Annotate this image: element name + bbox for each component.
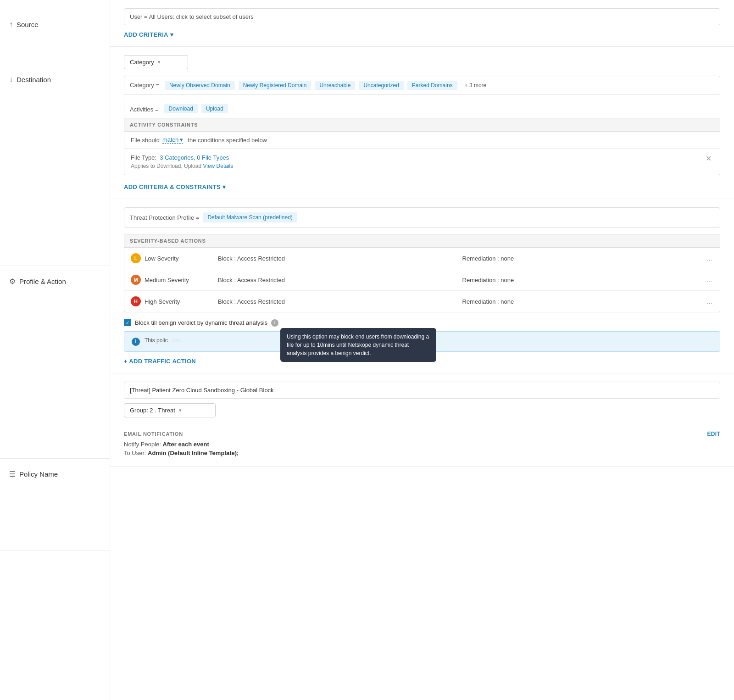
notify-label: Notify People: bbox=[124, 441, 161, 448]
notify-value: After each event bbox=[163, 441, 209, 448]
severity-row-low: L Low Severity Block : Access Restricted… bbox=[124, 248, 720, 269]
tag-upload[interactable]: Upload bbox=[201, 104, 228, 113]
policy-label: Policy Name bbox=[19, 470, 58, 478]
activities-label: Activities = bbox=[130, 105, 159, 113]
medium-severity-more-button[interactable]: … bbox=[706, 277, 713, 283]
high-severity-icon: H bbox=[131, 296, 141, 306]
constraints-header: ACTIVITY CONSTRAINTS bbox=[124, 118, 720, 132]
policy-name-input[interactable] bbox=[124, 382, 720, 399]
add-traffic-label: + ADD TRAFFIC ACTION bbox=[124, 358, 196, 365]
to-user-value: Admin (Default Inline Template); bbox=[148, 450, 239, 456]
add-traffic-action-button[interactable]: + ADD TRAFFIC ACTION bbox=[124, 358, 196, 365]
destination-label: Destination bbox=[17, 76, 51, 83]
threat-profile-tag[interactable]: Default Malware Scan (predefined) bbox=[203, 212, 297, 222]
low-severity-icon: L bbox=[131, 253, 141, 263]
edit-email-button[interactable]: EDIT bbox=[707, 431, 720, 437]
add-criteria-button[interactable]: ADD CRITERIA ▾ bbox=[124, 31, 173, 38]
severity-table: SEVERITY-BASED ACTIONS L Low Severity Bl… bbox=[124, 234, 720, 312]
sidebar: ↑ Source ↓ Destination ⚙ Profile & Actio… bbox=[0, 0, 110, 700]
email-header-row: EMAIL NOTIFICATION EDIT bbox=[124, 431, 720, 437]
view-details-link[interactable]: View Details bbox=[203, 163, 233, 169]
high-severity-more-button[interactable]: … bbox=[706, 298, 713, 305]
category-arrow-icon: ▾ bbox=[158, 59, 161, 65]
add-constraints-label: ADD CRITERIA & CONSTRAINTS bbox=[124, 183, 221, 190]
sidebar-profile-label: ⚙ Profile & Action bbox=[9, 277, 100, 286]
policy-info-text: This polic...ion. bbox=[145, 337, 181, 344]
add-constraints-button[interactable]: ADD CRITERIA & CONSTRAINTS ▾ bbox=[124, 183, 226, 190]
category-select-row: Category ▾ bbox=[124, 55, 720, 69]
threat-label: Threat Protection Profile = bbox=[130, 214, 199, 221]
sidebar-section-policy: ☰ Policy Name bbox=[0, 459, 110, 550]
notify-people-row: Notify People: After each event bbox=[124, 441, 720, 448]
medium-severity-name: Medium Severity bbox=[145, 277, 218, 283]
email-notification-section: EMAIL NOTIFICATION EDIT Notify People: A… bbox=[124, 425, 720, 456]
add-constraints-arrow: ▾ bbox=[222, 183, 226, 190]
tag-uncategorized[interactable]: Uncategorized bbox=[359, 81, 403, 90]
group-select-label: Group: 2 . Threat bbox=[130, 407, 175, 414]
sidebar-policy-label: ☰ Policy Name bbox=[9, 470, 100, 478]
sidebar-section-profile: ⚙ Profile & Action bbox=[0, 266, 110, 459]
file-type-link[interactable]: 3 Categories, 0 File Types bbox=[160, 154, 229, 161]
file-type-content: File Type: 3 Categories, 0 File Types Ap… bbox=[131, 154, 704, 169]
medium-severity-action: Block : Access Restricted bbox=[218, 277, 462, 283]
group-arrow-icon: ▾ bbox=[179, 407, 182, 413]
profile-label: Profile & Action bbox=[19, 278, 66, 285]
file-should-row: File should match ▾ the conditions speci… bbox=[124, 132, 720, 149]
high-severity-name: High Severity bbox=[145, 298, 218, 305]
source-section: User = All Users: click to select subset… bbox=[110, 0, 734, 47]
sidebar-section-source: ↑ Source bbox=[0, 9, 110, 64]
threat-profile-row: Threat Protection Profile = Default Malw… bbox=[124, 207, 720, 228]
category-tags-row: Category = Newly Observed Domain Newly R… bbox=[124, 76, 720, 95]
file-should-label: File should bbox=[131, 137, 160, 144]
medium-severity-remediation: Remediation : none bbox=[462, 277, 707, 283]
source-label: Source bbox=[17, 21, 39, 28]
block-verdict-checkbox[interactable]: ✓ bbox=[124, 319, 131, 326]
policy-icon: ☰ bbox=[9, 470, 16, 478]
info-icon[interactable]: i bbox=[271, 319, 278, 327]
activity-constraints: ACTIVITY CONSTRAINTS File should match ▾… bbox=[124, 118, 720, 175]
conditions-label: the conditions specified below bbox=[188, 137, 267, 144]
tooltip-box: Using this option may block end users fr… bbox=[280, 328, 436, 362]
file-type-sub: Applies to Download, Upload View Details bbox=[131, 163, 704, 169]
file-type-label: File Type: 3 Categories, 0 File Types bbox=[131, 154, 704, 161]
add-criteria-label: ADD CRITERIA bbox=[124, 31, 168, 38]
activities-row: Activities = Download Upload bbox=[124, 100, 720, 118]
category-select-label: Category bbox=[130, 59, 154, 66]
user-criteria-row[interactable]: User = All Users: click to select subset… bbox=[124, 8, 720, 25]
user-criteria-text: User = All Users: click to select subset… bbox=[130, 13, 254, 20]
profile-icon: ⚙ bbox=[9, 277, 16, 286]
sidebar-section-destination: ↓ Destination bbox=[0, 64, 110, 266]
profile-section: Threat Protection Profile = Default Malw… bbox=[110, 199, 734, 373]
tag-parked-domains[interactable]: Parked Domains bbox=[407, 81, 457, 90]
category-select[interactable]: Category ▾ bbox=[124, 55, 188, 69]
to-user-label: To User: bbox=[124, 450, 146, 456]
low-severity-name: Low Severity bbox=[145, 255, 218, 262]
destination-icon: ↓ bbox=[9, 75, 13, 83]
constraints-title: ACTIVITY CONSTRAINTS bbox=[130, 122, 198, 128]
block-verdict-label: Block till benign verdict by dynamic thr… bbox=[135, 319, 267, 326]
tag-unreachable[interactable]: Unreachable bbox=[315, 81, 355, 90]
group-select[interactable]: Group: 2 . Threat ▾ bbox=[124, 403, 216, 417]
policy-info-icon: i bbox=[132, 338, 140, 346]
close-file-type-button[interactable]: ✕ bbox=[704, 154, 713, 163]
tag-newly-observed[interactable]: Newly Observed Domain bbox=[165, 81, 235, 90]
tag-newly-registered[interactable]: Newly Registered Domain bbox=[239, 81, 311, 90]
severity-row-high: H High Severity Block : Access Restricte… bbox=[124, 291, 720, 312]
medium-severity-icon: M bbox=[131, 275, 141, 285]
match-label: match bbox=[162, 136, 178, 143]
tag-download[interactable]: Download bbox=[164, 104, 198, 113]
category-equals-label: Category = bbox=[130, 81, 159, 89]
low-severity-action: Block : Access Restricted bbox=[218, 255, 462, 262]
to-user-row: To User: Admin (Default Inline Template)… bbox=[124, 450, 720, 456]
source-icon: ↑ bbox=[9, 20, 13, 28]
destination-section: Category ▾ Category = Newly Observed Dom… bbox=[110, 47, 734, 199]
match-dropdown[interactable]: match ▾ bbox=[162, 136, 183, 144]
severity-header: SEVERITY-BASED ACTIONS bbox=[124, 234, 720, 248]
severity-row-medium: M Medium Severity Block : Access Restric… bbox=[124, 269, 720, 291]
add-criteria-arrow: ▾ bbox=[170, 31, 173, 38]
block-verdict-row: ✓ Block till benign verdict by dynamic t… bbox=[124, 319, 720, 327]
file-type-row: File Type: 3 Categories, 0 File Types Ap… bbox=[124, 149, 720, 175]
sidebar-source-label: ↑ Source bbox=[9, 20, 100, 28]
sidebar-destination-label: ↓ Destination bbox=[9, 75, 100, 83]
low-severity-more-button[interactable]: … bbox=[706, 255, 713, 262]
